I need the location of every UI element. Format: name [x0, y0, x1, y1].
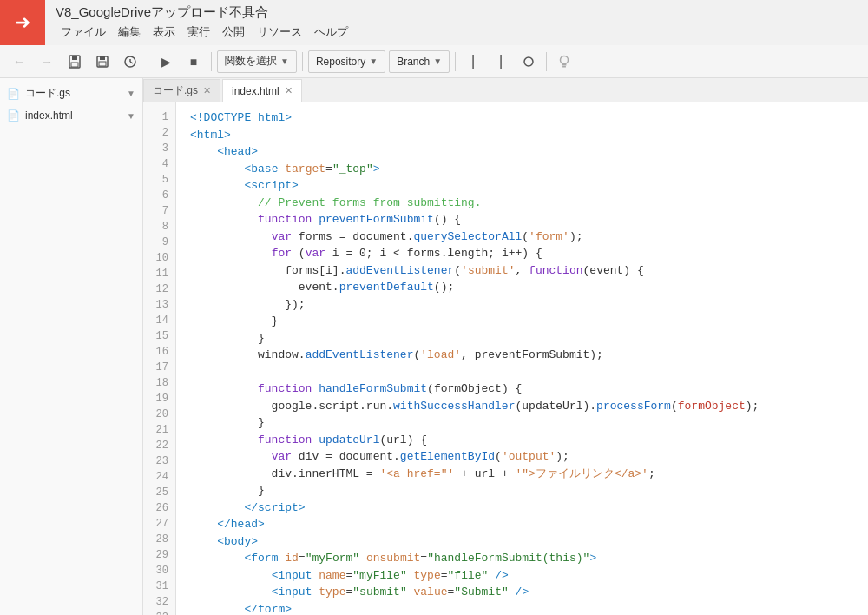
tab-bar: コード.gs ✕ index.html ✕ — [143, 78, 868, 102]
line-numbers: 12345 678910 1112131415 1617181920 21222… — [143, 102, 176, 615]
branch-dropdown[interactable]: Branch ▼ — [389, 50, 450, 73]
svg-rect-11 — [562, 64, 567, 66]
sidebar-file-name-2: index.html — [25, 109, 122, 122]
vcs-circle[interactable] — [516, 50, 541, 74]
logo-icon: ➜ — [15, 11, 30, 34]
sidebar-file-name-1: コード.gs — [25, 86, 122, 101]
menu-help[interactable]: ヘルプ — [309, 23, 353, 41]
vcs-btn2[interactable]: | — [489, 50, 513, 74]
file-icon-2: 📄 — [7, 109, 20, 122]
titlebar: ➜ V8_GoogleDriveアップロード不具合 ファイル 編集 表示 実行 … — [0, 0, 868, 45]
branch-arrow: ▼ — [433, 56, 442, 66]
svg-rect-1 — [72, 56, 77, 60]
svg-rect-12 — [562, 66, 566, 68]
sidebar: 📄 コード.gs ▼ 📄 index.html ▼ — [0, 78, 143, 615]
menu-edit[interactable]: 編集 — [113, 23, 146, 41]
repository-dropdown[interactable]: Repository ▼ — [308, 50, 385, 73]
toolbar: ← → ▶ ■ 関数を選択 ▼ Repository ▼ Branch ▼ | … — [0, 45, 868, 78]
editor-container: 📄 コード.gs ▼ 📄 index.html ▼ コード.gs ✕ index… — [0, 78, 868, 615]
title-text-area: V8_GoogleDriveアップロード不具合 ファイル 編集 表示 実行 公開… — [45, 0, 364, 48]
functions-arrow: ▼ — [280, 56, 289, 66]
sidebar-dropdown-arrow-1: ▼ — [127, 89, 135, 98]
lightbulb-button[interactable] — [552, 50, 576, 74]
redo-button[interactable]: → — [35, 50, 59, 74]
logo-area: ➜ — [0, 0, 45, 45]
repository-label: Repository — [316, 56, 365, 68]
tab-code-gs[interactable]: コード.gs ✕ — [143, 79, 220, 102]
menu-publish[interactable]: 公開 — [217, 23, 250, 41]
menu-bar: ファイル 編集 表示 実行 公開 リソース ヘルプ — [56, 23, 353, 41]
menu-run[interactable]: 実行 — [182, 23, 215, 41]
tab-index-html[interactable]: index.html ✕ — [222, 79, 302, 102]
sidebar-dropdown-arrow-2: ▼ — [127, 111, 135, 121]
save-button[interactable] — [62, 50, 87, 74]
sidebar-item-code-gs[interactable]: 📄 コード.gs ▼ — [0, 82, 142, 105]
vcs-btn1[interactable]: | — [461, 50, 485, 74]
sep3 — [302, 52, 303, 71]
menu-file[interactable]: ファイル — [56, 23, 111, 41]
tab-index-html-label: index.html — [232, 85, 279, 97]
repository-arrow: ▼ — [369, 56, 378, 66]
file-icon: 📄 — [7, 88, 20, 100]
save-disk-button[interactable] — [90, 50, 115, 74]
menu-view[interactable]: 表示 — [148, 23, 181, 41]
svg-rect-4 — [100, 56, 105, 60]
stop-button[interactable]: ■ — [181, 50, 206, 74]
main-editor: コード.gs ✕ index.html ✕ 12345 678910 11121… — [143, 78, 868, 615]
sep1 — [148, 52, 148, 71]
tab-code-gs-label: コード.gs — [153, 83, 198, 98]
branch-label: Branch — [397, 56, 430, 68]
svg-rect-2 — [71, 63, 78, 67]
tab-index-html-close[interactable]: ✕ — [285, 86, 293, 96]
sep4 — [455, 52, 456, 71]
clock-button[interactable] — [118, 50, 142, 74]
undo-button[interactable]: ← — [7, 50, 31, 74]
svg-line-8 — [130, 62, 133, 63]
menu-resources[interactable]: リソース — [252, 23, 307, 41]
code-area[interactable]: 12345 678910 1112131415 1617181920 21222… — [143, 102, 868, 615]
functions-label: 関数を選択 — [225, 54, 277, 69]
app-title: V8_GoogleDriveアップロード不具合 — [56, 4, 353, 21]
sep2 — [211, 52, 212, 71]
sidebar-item-index-html[interactable]: 📄 index.html ▼ — [0, 105, 142, 126]
tab-code-gs-close[interactable]: ✕ — [203, 86, 211, 96]
svg-point-10 — [561, 56, 569, 63]
svg-point-9 — [524, 57, 533, 66]
sep5 — [546, 52, 547, 71]
play-button[interactable]: ▶ — [154, 50, 178, 74]
code-content[interactable]: <!DOCTYPE html> <html> <head> <base targ… — [176, 102, 868, 615]
functions-dropdown[interactable]: 関数を選択 ▼ — [217, 50, 297, 73]
svg-rect-5 — [99, 62, 106, 66]
